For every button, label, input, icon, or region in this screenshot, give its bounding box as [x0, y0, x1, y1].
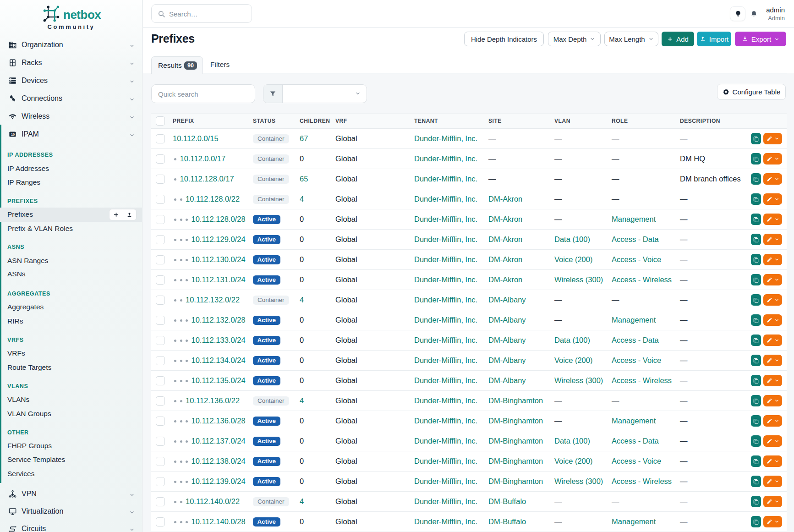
svg-text:netbox: netbox: [63, 8, 101, 22]
svg-text:0: 0: [13, 132, 15, 137]
